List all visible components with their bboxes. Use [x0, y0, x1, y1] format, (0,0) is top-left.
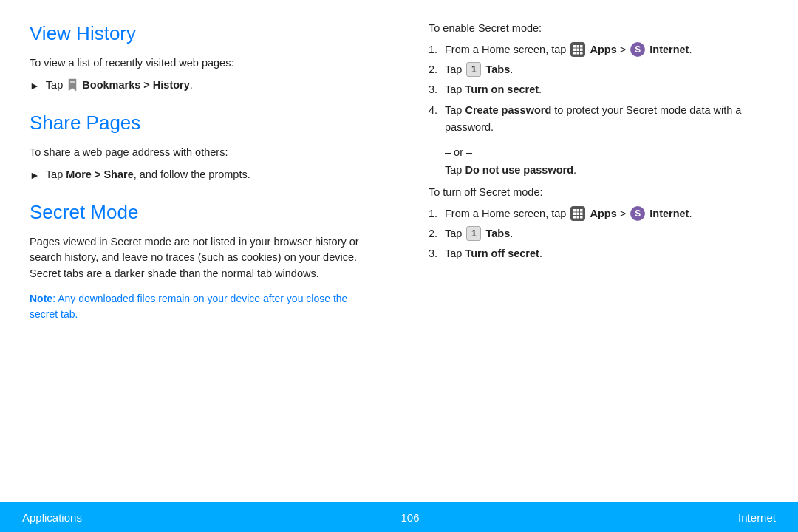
svg-rect-4 — [573, 49, 576, 52]
internet-icon-enable: S — [630, 42, 645, 57]
step-num-1: 1. — [429, 41, 445, 58]
svg-rect-7 — [573, 52, 576, 55]
enable-steps-list: 1. From a Home screen, tap Apps > S Inte… — [429, 41, 768, 136]
step-num-2: 2. — [429, 61, 445, 78]
footer-right: Internet — [738, 511, 776, 524]
step-1-text: From a Home screen, tap Apps > S Interne… — [445, 41, 692, 58]
svg-rect-13 — [573, 213, 576, 216]
view-history-bullet: ► Tap Bookmarks > History. — [30, 78, 369, 94]
left-column: View History To view a list of recently … — [30, 22, 384, 488]
disable-step-3: 3. Tap Turn off secret. — [429, 245, 768, 262]
footer: Applications 106 Internet — [0, 502, 798, 532]
share-pages-title: Share Pages — [30, 112, 369, 134]
tabs-icon-disable: 1 — [466, 226, 481, 241]
svg-rect-12 — [580, 209, 583, 212]
view-history-bullet-text: Tap Bookmarks > History. — [46, 78, 193, 94]
step-num-4: 4. — [429, 102, 445, 119]
view-history-title: View History — [30, 22, 369, 45]
share-pages-bullet-text: Tap More > Share, and follow the prompts… — [46, 167, 250, 183]
dis-step-num-1: 1. — [429, 205, 445, 222]
svg-rect-6 — [580, 49, 583, 52]
svg-rect-10 — [573, 209, 576, 212]
dis-step-2-text: Tap 1 Tabs. — [445, 225, 513, 242]
svg-rect-11 — [577, 209, 580, 212]
dis-step-3-text: Tap Turn off secret. — [445, 245, 542, 262]
enable-step-2: 2. Tap 1 Tabs. — [429, 61, 768, 78]
share-pages-intro: To share a web page address with others: — [30, 145, 369, 161]
enable-step-1: 1. From a Home screen, tap Apps > S Inte… — [429, 41, 768, 58]
step-2-text: Tap 1 Tabs. — [445, 61, 513, 78]
svg-rect-3 — [580, 45, 583, 48]
svg-rect-9 — [580, 52, 583, 55]
bookmark-icon-inline — [67, 78, 78, 92]
step-4-text: Tap Create password to protect your Secr… — [445, 102, 768, 136]
footer-center: 106 — [400, 511, 419, 524]
disable-step-2: 2. Tap 1 Tabs. — [429, 225, 768, 242]
step-num-3: 3. — [429, 81, 445, 98]
disable-intro: To turn off Secret mode: — [429, 186, 768, 198]
do-not-use-text: Tap Do not use password. — [429, 164, 768, 176]
secret-mode-body: Pages viewed in Secret mode are not list… — [30, 234, 369, 282]
disable-steps-list: 1. From a Home screen, tap Apps > S Inte… — [429, 205, 768, 263]
footer-left: Applications — [22, 511, 82, 524]
apps-icon-enable — [570, 42, 585, 57]
view-history-section: View History To view a list of recently … — [30, 22, 369, 94]
bullet-arrow-1: ► — [30, 78, 40, 94]
secret-mode-note: Note: Any downloaded files remain on you… — [30, 291, 369, 322]
svg-rect-8 — [577, 52, 580, 55]
secret-mode-title: Secret Mode — [30, 201, 369, 224]
bullet-arrow-2: ► — [30, 168, 40, 183]
share-pages-bullet: ► Tap More > Share, and follow the promp… — [30, 167, 369, 183]
share-pages-section: Share Pages To share a web page address … — [30, 112, 369, 183]
svg-rect-15 — [580, 213, 583, 216]
enable-intro: To enable Secret mode: — [429, 22, 768, 34]
svg-rect-14 — [577, 213, 580, 216]
secret-mode-section: Secret Mode Pages viewed in Secret mode … — [30, 201, 369, 322]
enable-step-3: 3. Tap Turn on secret. — [429, 81, 768, 98]
internet-icon-disable: S — [630, 206, 645, 221]
view-history-intro: To view a list of recently visited web p… — [30, 55, 369, 72]
note-content: : Any downloaded files remain on your de… — [30, 293, 347, 320]
svg-rect-5 — [577, 49, 580, 52]
tabs-icon-enable: 1 — [466, 62, 481, 77]
svg-rect-2 — [577, 45, 580, 48]
right-column: To enable Secret mode: 1. From a Home sc… — [414, 22, 768, 488]
note-label: Note — [30, 293, 52, 304]
dis-step-num-3: 3. — [429, 245, 445, 262]
apps-icon-disable — [570, 206, 585, 221]
or-separator: – or – — [429, 146, 768, 158]
step-3-text: Tap Turn on secret. — [445, 81, 542, 98]
main-content: View History To view a list of recently … — [0, 0, 798, 502]
svg-rect-1 — [573, 45, 576, 48]
dis-step-1-text: From a Home screen, tap Apps > S Interne… — [445, 205, 692, 222]
svg-rect-16 — [573, 216, 576, 219]
enable-step-4: 4. Tap Create password to protect your S… — [429, 102, 768, 136]
svg-rect-17 — [577, 216, 580, 219]
svg-rect-18 — [580, 216, 583, 219]
disable-step-1: 1. From a Home screen, tap Apps > S Inte… — [429, 205, 768, 222]
dis-step-num-2: 2. — [429, 225, 445, 242]
